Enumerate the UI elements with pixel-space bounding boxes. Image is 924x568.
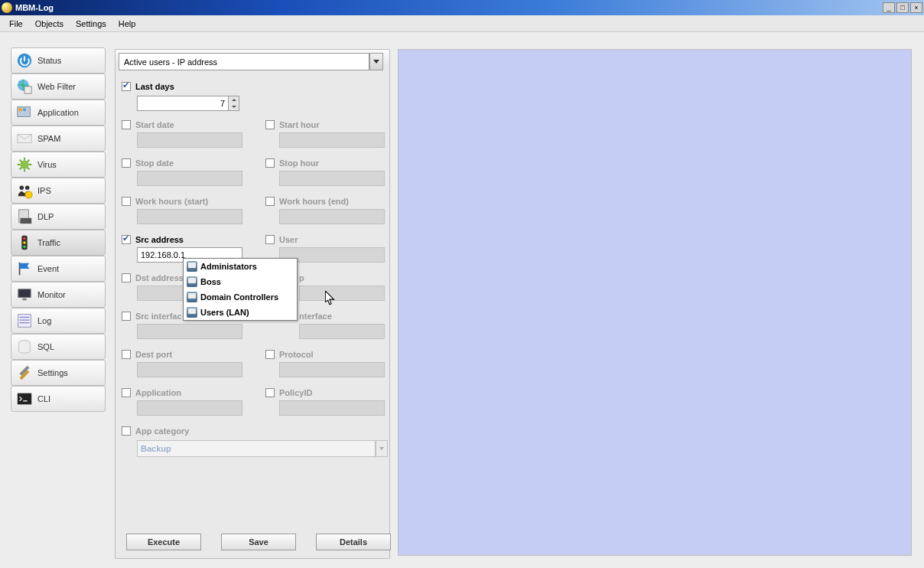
details-button[interactable]: Details	[316, 534, 391, 550]
dst-if-label: nterface	[299, 312, 332, 321]
sidebar-item-label: CLI	[37, 394, 50, 403]
menu-settings[interactable]: Settings	[70, 18, 112, 30]
start-hour-checkbox[interactable]	[265, 120, 275, 129]
monitor-icon	[16, 286, 33, 303]
user-checkbox[interactable]	[265, 235, 275, 244]
sidebar-item-virus[interactable]: Virus	[11, 152, 106, 178]
stop-date-label: Stop date	[135, 158, 174, 168]
src-if-label: Src interfac	[135, 312, 182, 321]
svg-rect-18	[18, 289, 31, 298]
execute-button[interactable]: Execute	[126, 534, 201, 550]
sidebar-item-monitor[interactable]: Monitor	[11, 282, 106, 308]
spin-up[interactable]	[229, 96, 239, 103]
group-icon	[187, 261, 197, 272]
sidebar-item-ips[interactable]: IPS	[11, 178, 106, 204]
sidebar-item-sql[interactable]: SQL	[11, 334, 106, 360]
last-days-row: Last days	[122, 80, 174, 92]
last-days-input[interactable]	[137, 96, 229, 111]
work-start-checkbox[interactable]	[122, 197, 131, 206]
dest-port-field	[137, 362, 242, 377]
sidebar: Status Web Filter Application SPAM Virus…	[11, 47, 106, 412]
apps-icon	[16, 104, 33, 121]
work-end-checkbox[interactable]	[265, 197, 275, 206]
db-icon	[16, 338, 33, 355]
dst-addr-label: Dst address	[135, 273, 184, 282]
svg-point-16	[23, 241, 26, 244]
svg-rect-5	[19, 109, 22, 112]
svg-point-10	[25, 186, 29, 191]
report-type-value: Active users - IP address	[124, 57, 217, 67]
menu-bar: File Objects Settings Help	[0, 15, 924, 32]
protocol-field	[279, 362, 385, 377]
save-button[interactable]: Save	[221, 534, 296, 550]
src-if-field	[137, 324, 242, 339]
application-checkbox[interactable]	[122, 388, 131, 397]
app-category-select: Backup	[137, 440, 376, 457]
doc-icon	[16, 208, 33, 225]
protocol-label: Protocol	[279, 350, 314, 359]
globe-icon	[16, 78, 33, 95]
sidebar-item-application[interactable]: Application	[11, 100, 106, 126]
sidebar-item-label: Virus	[37, 160, 57, 169]
close-button[interactable]: ×	[910, 2, 922, 13]
protocol-checkbox[interactable]	[265, 350, 275, 359]
sidebar-item-label: SPAM	[37, 134, 60, 143]
popup-item[interactable]: Administators	[184, 259, 297, 274]
sidebar-item-label: Monitor	[37, 290, 66, 299]
spin-down[interactable]	[229, 103, 239, 110]
title-bar: MBM-Log _ □ ×	[0, 0, 924, 15]
menu-file[interactable]: File	[3, 18, 29, 30]
work-end-label: Work hours (end)	[279, 197, 349, 206]
sidebar-item-traffic[interactable]: Traffic	[11, 230, 106, 256]
sidebar-item-log[interactable]: Log	[11, 308, 106, 334]
flag-icon	[16, 260, 33, 277]
app-title: MBM-Log	[15, 3, 881, 12]
sidebar-item-cli[interactable]: CLI	[11, 386, 106, 412]
sidebar-item-status[interactable]: Status	[11, 47, 106, 73]
app-category-checkbox[interactable]	[122, 426, 131, 436]
sidebar-item-webfilter[interactable]: Web Filter	[11, 73, 106, 100]
maximize-button[interactable]: □	[896, 2, 909, 13]
dst-addr-checkbox[interactable]	[122, 273, 131, 282]
stop-hour-checkbox[interactable]	[265, 158, 275, 168]
start-hour-field	[279, 132, 385, 148]
last-days-spinner[interactable]	[137, 96, 239, 111]
popup-item[interactable]: Users (LAN)	[184, 305, 297, 320]
svg-rect-6	[23, 109, 26, 112]
popup-item[interactable]: Boss	[184, 274, 297, 289]
gear-icon	[16, 156, 33, 173]
terminal-icon	[16, 390, 33, 407]
menu-help[interactable]: Help	[112, 18, 142, 30]
form-panel: Active users - IP address Last days Star…	[115, 49, 390, 559]
dest-port-label: Dest port	[135, 350, 172, 359]
traffic-icon	[16, 234, 33, 251]
sidebar-item-settings[interactable]: Settings	[11, 360, 106, 386]
sidebar-item-spam[interactable]: SPAM	[11, 126, 106, 152]
stop-hour-field	[279, 171, 385, 186]
last-days-checkbox[interactable]	[122, 82, 131, 91]
policyid-field	[279, 400, 385, 416]
sidebar-item-label: Status	[37, 56, 61, 65]
work-start-field	[137, 209, 242, 224]
dst-if-field	[299, 324, 385, 339]
sidebar-item-dlp[interactable]: DLP	[11, 204, 106, 230]
autocomplete-popup: Administators Boss Domain Controllers Us…	[183, 258, 298, 321]
report-type-select[interactable]: Active users - IP address	[119, 53, 369, 70]
dest-port-checkbox[interactable]	[122, 350, 131, 359]
mail-icon	[16, 130, 33, 147]
sidebar-item-label: IPS	[37, 186, 51, 195]
menu-objects[interactable]: Objects	[29, 18, 70, 30]
src-addr-checkbox[interactable]	[122, 235, 131, 244]
app-category-dropdown-button	[376, 440, 388, 457]
start-date-field	[137, 132, 242, 148]
last-days-label: Last days	[135, 82, 174, 91]
start-date-checkbox[interactable]	[122, 120, 131, 129]
stop-date-checkbox[interactable]	[122, 158, 131, 168]
sidebar-item-event[interactable]: Event	[11, 256, 106, 282]
src-if-checkbox[interactable]	[122, 312, 131, 321]
popup-item[interactable]: Domain Controllers	[184, 289, 297, 305]
minimize-button[interactable]: _	[883, 2, 895, 13]
sidebar-item-label: Event	[37, 264, 59, 273]
report-type-dropdown-button[interactable]	[369, 53, 383, 70]
policyid-checkbox[interactable]	[265, 388, 275, 397]
